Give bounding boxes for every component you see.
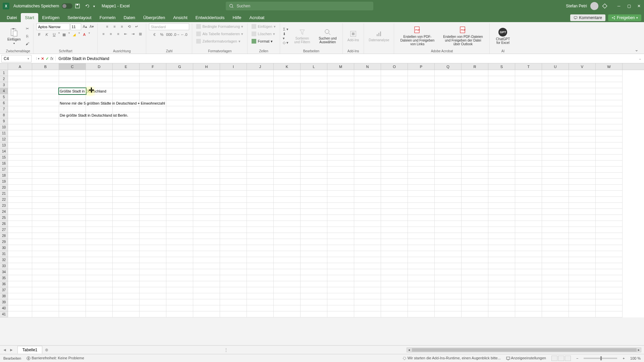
cell-H13[interactable] [193,142,220,148]
cell-Q7[interactable] [435,106,462,112]
cell-L41[interactable] [301,311,327,317]
cell-K14[interactable] [274,148,301,155]
cell-M11[interactable] [327,130,354,136]
cell-F8[interactable] [140,112,166,118]
cell-W19[interactable] [596,179,623,185]
cell-A38[interactable] [8,293,32,299]
row-header-26[interactable]: 26 [0,221,8,227]
cell-P15[interactable] [408,155,435,161]
cell-F36[interactable] [140,281,166,287]
cell-N17[interactable] [354,167,381,173]
cell-P18[interactable] [408,173,435,179]
cell-I23[interactable] [220,203,247,209]
formula-expand-icon[interactable]: ⌄ [636,57,644,60]
cell-J37[interactable] [247,287,274,293]
cell-R39[interactable] [462,299,488,305]
cell-H17[interactable] [193,167,220,173]
cell-P27[interactable] [408,227,435,233]
share-button[interactable]: Freigeben ▾ [608,14,641,21]
cell-G2[interactable] [166,76,193,82]
cell-Q11[interactable] [435,130,462,136]
cell-M35[interactable] [327,275,354,281]
cell-R20[interactable] [462,185,488,191]
cell-T23[interactable] [515,203,542,209]
dec-decimal-icon[interactable]: ←.0 [181,32,187,38]
cell-C39[interactable] [59,299,86,305]
row-header-1[interactable]: 1 [0,70,8,76]
cell-T8[interactable] [515,112,542,118]
cell-P3[interactable] [408,82,435,88]
cell-J41[interactable] [247,311,274,317]
cell-O31[interactable] [381,251,408,257]
cell-R27[interactable] [462,227,488,233]
cell-G29[interactable] [166,239,193,245]
cell-C5[interactable] [59,94,86,100]
cell-Q25[interactable] [435,215,462,221]
cell-T30[interactable] [515,245,542,251]
avatar[interactable] [590,2,598,10]
cell-D26[interactable] [86,221,113,227]
cell-S40[interactable] [488,305,515,311]
cell-U3[interactable] [542,82,569,88]
cell-G19[interactable] [166,179,193,185]
cell-D33[interactable] [86,263,113,269]
cell-I11[interactable] [220,130,247,136]
cell-P33[interactable] [408,263,435,269]
tab-start[interactable]: Start [21,13,38,22]
cell-W14[interactable] [596,148,623,155]
cell-A20[interactable] [8,185,32,191]
cell-S12[interactable] [488,136,515,142]
cell-S3[interactable] [488,82,515,88]
cell-K16[interactable] [274,161,301,167]
cell-V16[interactable] [569,161,596,167]
cell-M7[interactable] [327,106,354,112]
cell-N36[interactable] [354,281,381,287]
cell-F27[interactable] [140,227,166,233]
cell-V37[interactable] [569,287,596,293]
row-header-40[interactable]: 40 [0,305,8,311]
cell-M3[interactable] [327,82,354,88]
cell-P23[interactable] [408,203,435,209]
row-header-3[interactable]: 3 [0,82,8,88]
cell-N37[interactable] [354,287,381,293]
search-box[interactable]: Suchen [226,2,373,10]
cell-V34[interactable] [569,269,596,275]
cell-C41[interactable] [59,311,86,317]
cell-T37[interactable] [515,287,542,293]
cell-D18[interactable] [86,173,113,179]
cell-K9[interactable] [274,118,301,124]
cell-G7[interactable] [166,106,193,112]
cell-E16[interactable] [113,161,140,167]
cell-Q18[interactable] [435,173,462,179]
row-header-11[interactable]: 11 [0,130,8,136]
cell-W13[interactable] [596,142,623,148]
cell-T28[interactable] [515,233,542,239]
cell-K22[interactable] [274,197,301,203]
cell-M17[interactable] [327,167,354,173]
cell-L29[interactable] [301,239,327,245]
cell-O36[interactable] [381,281,408,287]
cell-D36[interactable] [86,281,113,287]
cell-K20[interactable] [274,185,301,191]
cell-T39[interactable] [515,299,542,305]
cell-I26[interactable] [220,221,247,227]
cell-E37[interactable] [113,287,140,293]
cell-T21[interactable] [515,191,542,197]
cell-H4[interactable] [193,88,220,94]
row-header-22[interactable]: 22 [0,197,8,203]
cell-I27[interactable] [220,227,247,233]
cell-B15[interactable] [32,155,59,161]
cell-S26[interactable] [488,221,515,227]
cell-E41[interactable] [113,311,140,317]
col-header-M[interactable]: M [327,63,354,70]
col-header-I[interactable]: I [220,63,247,70]
cell-U39[interactable] [542,299,569,305]
cell-U35[interactable] [542,275,569,281]
cell-E19[interactable] [113,179,140,185]
minimize-button[interactable]: ─ [616,4,621,8]
cell-N16[interactable] [354,161,381,167]
cell-R41[interactable] [462,311,488,317]
cell-Q15[interactable] [435,155,462,161]
cell-H41[interactable] [193,311,220,317]
decrease-font-icon[interactable]: A▾ [89,23,95,29]
